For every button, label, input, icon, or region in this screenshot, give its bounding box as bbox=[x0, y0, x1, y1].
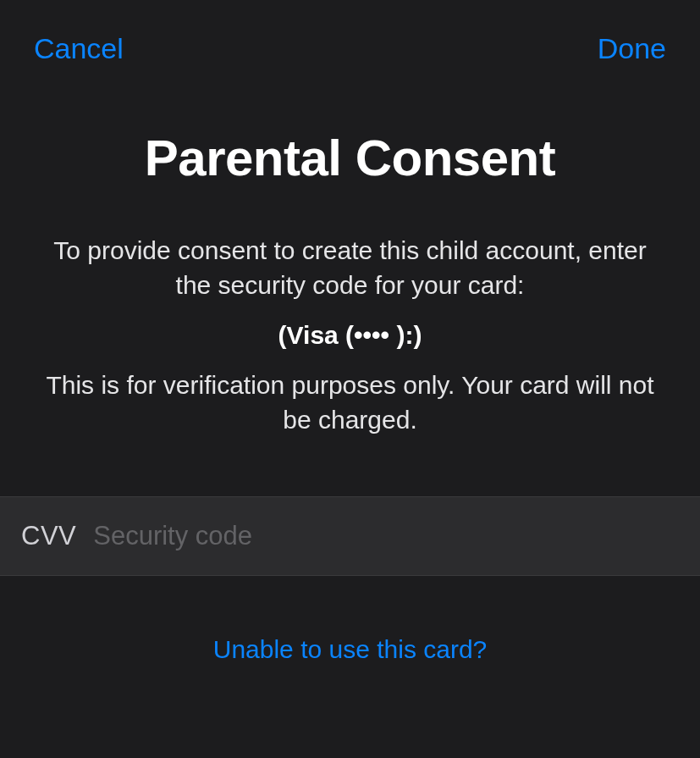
cancel-button[interactable]: Cancel bbox=[34, 32, 124, 65]
done-button[interactable]: Done bbox=[598, 32, 666, 65]
navbar: Cancel Done bbox=[0, 0, 700, 82]
notice-text: This is for verification purposes only. … bbox=[25, 368, 675, 437]
card-info-text: (Visa (•••• ):) bbox=[25, 321, 675, 350]
page-title: Parental Consent bbox=[25, 129, 675, 187]
cvv-input[interactable] bbox=[93, 521, 679, 551]
cvv-input-row: CVV bbox=[0, 496, 700, 576]
content-area: Parental Consent To provide consent to c… bbox=[0, 129, 700, 664]
description-text: To provide consent to create this child … bbox=[25, 234, 675, 302]
cvv-label: CVV bbox=[21, 521, 76, 551]
unable-to-use-card-link[interactable]: Unable to use this card? bbox=[25, 635, 675, 664]
